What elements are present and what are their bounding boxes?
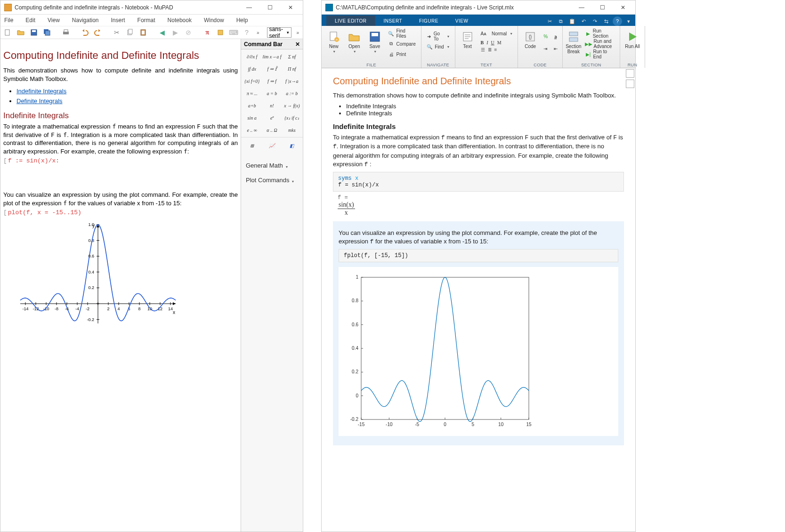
print-icon[interactable]	[61, 27, 71, 38]
code-block-1[interactable]: f := sin(x)/x:	[3, 157, 238, 164]
cmd-cell-11[interactable]: a := b	[282, 87, 302, 99]
code-button[interactable]: {}Code	[521, 29, 540, 49]
ml-code-2[interactable]: fplot(f, [-15, 15])	[339, 249, 618, 262]
toolbar-overflow-icon[interactable]: »	[257, 30, 259, 35]
tab-live-editor[interactable]: LIVE EDITOR	[326, 16, 375, 26]
find-files-button[interactable]: 🔍Find Files	[386, 29, 419, 38]
nav-fwd-icon[interactable]: ▶	[170, 27, 180, 38]
tab-view[interactable]: VIEW	[447, 16, 477, 26]
cmd-cell-4[interactable]: f ⇒ f̂	[262, 63, 282, 75]
qa-copy-icon[interactable]: ⧉	[556, 16, 566, 26]
key-icon[interactable]: ⌨	[228, 27, 239, 38]
qa-redo-icon[interactable]: ↷	[590, 16, 599, 26]
align-button[interactable]: ≡	[494, 47, 497, 52]
general-math-link[interactable]: General Math	[241, 158, 303, 173]
menu-notebook[interactable]: Notebook	[166, 16, 194, 24]
menu-view[interactable]: View	[46, 16, 62, 24]
cmd-cell-20[interactable]: mks	[282, 124, 302, 136]
style-normal[interactable]: Aᴀ Normal▼	[479, 29, 515, 38]
qa-more-icon[interactable]: ▾	[624, 16, 633, 26]
font-selector[interactable]: sans-serif ▾	[267, 27, 292, 38]
cmd-cell-3[interactable]: ∫f dx	[242, 63, 262, 75]
text-button[interactable]: Text	[458, 29, 477, 49]
cmd-cell-14[interactable]: x → f(x)	[282, 99, 302, 112]
code-d-icon[interactable]: ⇤	[552, 44, 559, 53]
save-button[interactable]: Save▼	[365, 29, 384, 53]
list-bullet-button[interactable]: ☰	[481, 47, 485, 52]
code-block-2[interactable]: plot(f, x = -15..15)	[3, 209, 238, 216]
copy-icon[interactable]	[125, 27, 135, 38]
link-definite[interactable]: Definite Integrals	[16, 97, 63, 105]
qa-paste-icon[interactable]: 📋	[567, 16, 577, 26]
cmd-plot-icon[interactable]: 📈	[262, 139, 282, 152]
cmd-cube-icon[interactable]: ◧	[282, 139, 302, 152]
mupad-document[interactable]: Computing Indefinite and Definite Integr…	[0, 39, 241, 532]
cmd-cell-7[interactable]: f ⇒ f	[262, 75, 282, 87]
code-b-icon[interactable]: a̲	[552, 32, 559, 41]
eval-icon[interactable]	[215, 27, 226, 38]
matlab-document[interactable]: Computing Indefinite and Definite Integr…	[322, 68, 635, 532]
cmd-cell-9[interactable]: π ≈ ...	[242, 87, 262, 99]
qa-undo-icon[interactable]: ↶	[579, 16, 588, 26]
toolbar-overflow2-icon[interactable]: »	[296, 30, 299, 35]
mono-button[interactable]: M	[497, 40, 502, 45]
maximize-button[interactable]: ☐	[592, 1, 613, 14]
italic-button[interactable]: I	[486, 40, 488, 45]
stop-icon[interactable]: ⊘	[183, 27, 194, 38]
cmd-cell-0[interactable]: ∂/∂x f	[242, 50, 262, 63]
menu-window[interactable]: Window	[202, 16, 226, 24]
underline-button[interactable]: U	[491, 40, 494, 45]
cmd-cell-1[interactable]: lim x→a f	[262, 50, 282, 63]
tab-figure[interactable]: FIGURE	[411, 16, 447, 26]
cut-icon[interactable]: ✂	[112, 27, 122, 38]
bold-button[interactable]: B	[481, 40, 484, 45]
tab-insert[interactable]: INSERT	[375, 16, 411, 26]
run-section-button[interactable]: ▶Run Section	[583, 29, 617, 38]
menu-edit[interactable]: Edit	[24, 16, 37, 24]
cmd-cell-12[interactable]: a+b	[242, 99, 262, 112]
menu-file[interactable]: File	[2, 16, 15, 24]
cmd-cell-5[interactable]: Π nf	[282, 63, 302, 75]
cmd-matrix-icon[interactable]: ⊞	[242, 139, 262, 152]
cmd-cell-10[interactable]: a = b	[262, 87, 282, 99]
section-break-button[interactable]: Section Break	[566, 29, 581, 54]
cmd-cell-16[interactable]: eª	[262, 112, 282, 124]
saveall-icon[interactable]	[42, 27, 52, 38]
nav-back-icon[interactable]: ◀	[157, 27, 167, 38]
menu-navigation[interactable]: Navigation	[70, 16, 101, 24]
maximize-button[interactable]: ☐	[259, 1, 280, 14]
new-icon[interactable]	[2, 27, 13, 38]
run-to-end-button[interactable]: ▶|Run to End	[583, 49, 617, 59]
menu-format[interactable]: Format	[136, 16, 157, 24]
pi-icon[interactable]: π	[202, 27, 212, 38]
run-advance-button[interactable]: ▶▶Run and Advance	[583, 39, 617, 48]
code-c-icon[interactable]: ⇥	[542, 44, 549, 53]
ml-code-1[interactable]: syms x f = sin(x)/x	[333, 172, 624, 192]
close-button[interactable]: ✕	[613, 1, 633, 14]
list-number-button[interactable]: ≣	[488, 47, 492, 52]
menu-insert[interactable]: Insert	[109, 16, 127, 24]
save-icon[interactable]	[29, 27, 39, 38]
run-all-button[interactable]: Run All	[623, 29, 642, 49]
open-button[interactable]: Open▼	[345, 29, 364, 53]
compare-button[interactable]: ⧉Compare	[386, 39, 419, 48]
undo-icon[interactable]	[80, 27, 90, 38]
cmd-cell-17[interactable]: {x₁ if c₁	[282, 112, 302, 124]
close-icon[interactable]: ✕	[295, 41, 300, 48]
cmd-cell-6[interactable]: {xi f=0}	[242, 75, 262, 87]
qa-cut-icon[interactable]: ✂	[545, 16, 554, 26]
qa-switch-icon[interactable]: ⇆	[601, 16, 611, 26]
gutter-output-right-icon[interactable]	[626, 69, 634, 78]
print-button[interactable]: 🖨Print	[386, 49, 419, 59]
cmd-cell-19[interactable]: α .. Ω	[262, 124, 282, 136]
cmd-cell-13[interactable]: n!	[262, 99, 282, 112]
redo-icon[interactable]	[93, 27, 103, 38]
help-icon[interactable]: ?	[242, 27, 252, 38]
cmd-cell-18[interactable]: e .. ∞	[242, 124, 262, 136]
open-icon[interactable]	[16, 27, 26, 38]
code-a-icon[interactable]: %	[542, 32, 550, 41]
close-button[interactable]: ✕	[280, 1, 301, 14]
cmd-cell-8[interactable]: f |x→a	[282, 75, 302, 87]
new-button[interactable]: +New▼	[324, 29, 343, 53]
minimize-button[interactable]: —	[239, 1, 259, 14]
